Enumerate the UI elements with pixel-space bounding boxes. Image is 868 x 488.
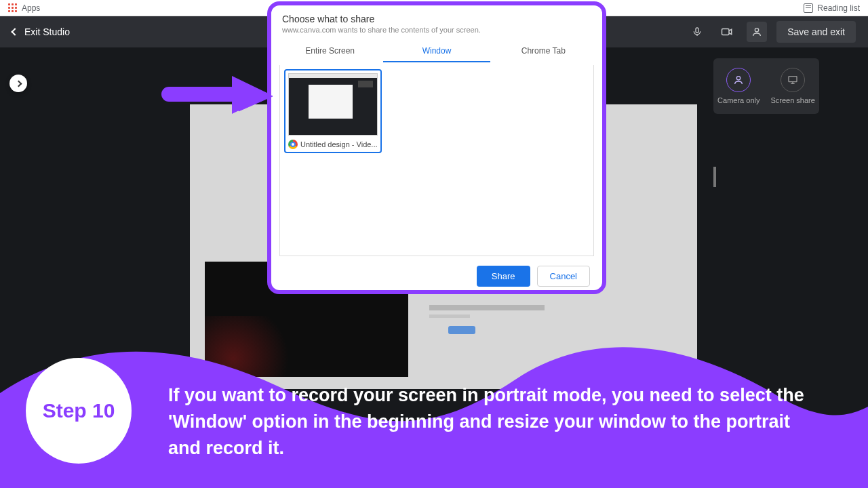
dialog-subtitle: www.canva.com wants to share the content… xyxy=(271,26,602,41)
screen-share-icon xyxy=(781,68,805,92)
camera-icon[interactable] xyxy=(717,22,737,42)
reading-list-icon xyxy=(804,3,813,13)
mic-icon[interactable] xyxy=(687,22,707,42)
exit-studio-label: Exit Studio xyxy=(24,26,70,37)
step-label: Step 10 xyxy=(43,399,115,422)
person-icon xyxy=(726,68,751,92)
svg-rect-4 xyxy=(789,77,797,82)
step-badge: Step 10 xyxy=(26,358,132,464)
dialog-footer: Share Cancel xyxy=(271,259,602,293)
camera-only-label: Camera only xyxy=(717,96,760,104)
header-actions: Save and exit xyxy=(687,21,856,43)
svg-rect-1 xyxy=(722,29,730,35)
step-instruction-text: If you want to record your screen in por… xyxy=(168,382,827,462)
share-button[interactable]: Share xyxy=(477,266,530,287)
cancel-button[interactable]: Cancel xyxy=(537,266,590,287)
screen-share-label: Screen share xyxy=(770,96,814,104)
canvas-marker xyxy=(713,167,716,187)
chrome-icon xyxy=(288,140,298,149)
apps-grid-icon xyxy=(8,3,18,13)
dialog-tabs: Entire Screen Window Chrome Tab xyxy=(271,41,602,62)
thumbnail-label: Untitled design - Vide... xyxy=(300,140,378,148)
reading-list-label: Reading list xyxy=(817,3,860,13)
screen-share-dialog: Choose what to share www.canva.com wants… xyxy=(267,1,606,294)
apps-button[interactable]: Apps xyxy=(8,3,40,13)
svg-rect-0 xyxy=(696,28,698,33)
recording-mode-panel: Camera only Screen share xyxy=(713,58,819,114)
tab-window[interactable]: Window xyxy=(383,41,490,62)
reading-list-button[interactable]: Reading list xyxy=(804,3,860,13)
arrow-annotation xyxy=(157,66,279,123)
expand-panel-button[interactable] xyxy=(9,75,27,92)
chevron-right-icon xyxy=(15,80,22,87)
svg-point-2 xyxy=(755,28,758,32)
save-and-exit-button[interactable]: Save and exit xyxy=(776,21,856,43)
window-thumbnail[interactable]: Untitled design - Vide... xyxy=(284,69,382,153)
apps-label: Apps xyxy=(22,3,40,13)
dialog-body: Untitled design - Vide... xyxy=(279,65,594,256)
chevron-left-icon xyxy=(11,28,18,35)
camera-only-option[interactable]: Camera only xyxy=(717,68,760,104)
svg-point-3 xyxy=(737,77,741,80)
save-exit-label: Save and exit xyxy=(787,26,845,37)
tab-entire-screen[interactable]: Entire Screen xyxy=(277,41,383,62)
presenter-icon[interactable] xyxy=(747,22,767,42)
thumbnail-preview xyxy=(288,73,378,136)
tutorial-step-banner: Step 10 If you want to record your scree… xyxy=(0,332,868,488)
thumbnail-label-row: Untitled design - Vide... xyxy=(288,136,378,149)
exit-studio-button[interactable]: Exit Studio xyxy=(12,26,70,37)
screen-share-option[interactable]: Screen share xyxy=(770,68,814,104)
dialog-title: Choose what to share xyxy=(271,5,602,26)
svg-rect-5 xyxy=(161,87,239,102)
tab-chrome-tab[interactable]: Chrome Tab xyxy=(490,41,597,62)
